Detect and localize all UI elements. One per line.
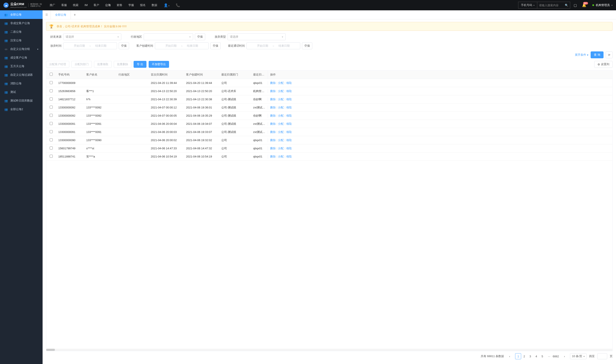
- tab-add-button[interactable]: +: [71, 13, 79, 17]
- op-delete[interactable]: 删除: [270, 138, 276, 142]
- op-delete[interactable]: 删除: [270, 97, 276, 101]
- op-assign[interactable]: 分配: [278, 130, 284, 134]
- row-checkbox[interactable]: [50, 89, 53, 92]
- sidebar-item[interactable]: ▭自定义公海分组▾: [0, 45, 43, 53]
- sidebar-item[interactable]: 👥非成交客户公海: [0, 19, 43, 27]
- nav-item[interactable]: IM: [82, 0, 90, 10]
- cell-phone[interactable]: 15263663656: [56, 90, 84, 93]
- sidebar-item[interactable]: 👥成交客户公海: [0, 53, 43, 62]
- search-type-select[interactable]: 手机号码▾: [518, 2, 537, 8]
- col-first-time[interactable]: 首次归属时间: [149, 71, 184, 79]
- assign-manager-button[interactable]: 分配客户经理: [46, 61, 69, 68]
- op-claim[interactable]: 领取: [286, 106, 292, 109]
- tab-active[interactable]: 全部公海: [51, 10, 71, 19]
- op-assign[interactable]: 分配: [278, 89, 284, 93]
- op-claim[interactable]: 领取: [286, 114, 292, 118]
- page-number[interactable]: 4: [533, 353, 539, 359]
- op-claim[interactable]: 领取: [286, 122, 292, 126]
- nav-item[interactable]: 数据: [149, 0, 160, 10]
- batch-delete-button[interactable]: 批量删除: [114, 61, 131, 68]
- op-claim[interactable]: 领取: [286, 138, 292, 142]
- filter-region-select[interactable]: ▾: [144, 33, 193, 40]
- cell-phone[interactable]: 13300000090: [56, 139, 84, 142]
- filter-region-null[interactable]: 空值: [195, 33, 205, 40]
- nav-item[interactable]: 推广: [47, 0, 58, 10]
- row-checkbox[interactable]: [50, 114, 53, 117]
- op-claim[interactable]: 领取: [286, 130, 292, 134]
- batch-claim-button[interactable]: 批量领取: [94, 61, 112, 68]
- col-phone[interactable]: 手机号码: [56, 71, 84, 79]
- op-assign[interactable]: 分配: [278, 97, 284, 101]
- nav-item[interactable]: 客户: [91, 0, 102, 10]
- op-claim[interactable]: 领取: [286, 89, 292, 93]
- row-checkbox[interactable]: [50, 130, 53, 133]
- refresh-icon[interactable]: ⟳: [606, 52, 613, 58]
- col-owner[interactable]: 最近归属人: [251, 71, 268, 79]
- cell-phone[interactable]: 13300000092: [56, 106, 84, 109]
- op-delete[interactable]: 删除: [270, 130, 276, 134]
- op-delete[interactable]: 删除: [270, 146, 276, 150]
- page-size-select[interactable]: 10 条/页▾: [570, 353, 587, 359]
- cell-phone[interactable]: 14621837712: [56, 98, 84, 101]
- filter-abandon-time-range[interactable]: 开始日期~结束日期: [63, 42, 117, 49]
- page-number[interactable]: 3: [527, 353, 533, 359]
- export-plain-button[interactable]: 不加密导出: [149, 61, 169, 68]
- op-delete[interactable]: 删除: [270, 89, 276, 93]
- cell-phone[interactable]: 18511888741: [56, 155, 84, 158]
- filter-source-select[interactable]: 请选择▾: [63, 33, 121, 40]
- select-all-checkbox[interactable]: [50, 73, 53, 76]
- sidebar-item[interactable]: 👥自定义公海过滤器: [0, 71, 43, 79]
- page-last[interactable]: 6882: [553, 353, 559, 359]
- op-assign[interactable]: 分配: [278, 114, 284, 118]
- sidebar-item[interactable]: 👥全部公海2: [0, 105, 43, 114]
- nav-item[interactable]: 客服: [59, 0, 69, 10]
- add-user-icon[interactable]: 👤₊: [162, 3, 172, 7]
- op-delete[interactable]: 删除: [270, 106, 276, 109]
- nav-item[interactable]: 学服: [126, 0, 137, 10]
- op-assign[interactable]: 分配: [278, 81, 284, 85]
- col-name[interactable]: 客户姓名: [84, 71, 116, 79]
- cell-phone[interactable]: 13300000092: [56, 114, 84, 117]
- op-claim[interactable]: 领取: [286, 155, 292, 158]
- device-icon[interactable]: ▢: [574, 3, 577, 7]
- sidebar-item[interactable]: 👥注安公海: [0, 36, 43, 45]
- nav-item[interactable]: 公海: [103, 0, 113, 10]
- search-input[interactable]: [537, 4, 563, 7]
- logo[interactable]: ☁ 云朵CRM www.yunduocrm.com 教育机构一站 式服务云平台: [3, 2, 42, 8]
- cell-phone[interactable]: 13300000091: [56, 122, 84, 125]
- assign-dept-button[interactable]: 分配到部门: [71, 61, 92, 68]
- page-prev[interactable]: ‹: [507, 353, 513, 359]
- op-delete[interactable]: 删除: [270, 114, 276, 118]
- nav-item[interactable]: 财务: [114, 0, 125, 10]
- row-checkbox[interactable]: [50, 97, 53, 101]
- cell-phone[interactable]: 17700000009: [56, 81, 84, 85]
- sidebar-item[interactable]: 👥五月天公海: [0, 62, 43, 71]
- page-number[interactable]: 2: [521, 353, 527, 359]
- filter-create-time-range[interactable]: 开始日期~结束日期: [155, 42, 209, 49]
- op-assign[interactable]: 分配: [278, 155, 284, 158]
- cell-phone[interactable]: 13300000091: [56, 130, 84, 134]
- tabs-collapse-icon[interactable]: ☰: [43, 10, 51, 19]
- export-button[interactable]: 导 出: [134, 61, 146, 68]
- col-dept[interactable]: 最近归属部门: [219, 71, 251, 79]
- op-claim[interactable]: 领取: [286, 81, 292, 85]
- filter-abandon-type-select[interactable]: 请选择▾: [228, 33, 286, 40]
- search-icon[interactable]: 🔍: [563, 4, 570, 7]
- row-checkbox[interactable]: [50, 106, 53, 109]
- op-delete[interactable]: 删除: [270, 155, 276, 158]
- cell-phone[interactable]: 15601799749: [56, 147, 84, 150]
- filter-create-time-null[interactable]: 空值: [210, 42, 221, 49]
- row-checkbox[interactable]: [50, 81, 53, 84]
- op-assign[interactable]: 分配: [278, 122, 284, 126]
- col-region[interactable]: 行政地区: [116, 71, 149, 79]
- op-assign[interactable]: 分配: [278, 138, 284, 142]
- filter-abandon-time-null[interactable]: 空值: [119, 42, 129, 49]
- filter-call-time-range[interactable]: 开始日期~结束日期: [246, 42, 300, 49]
- op-delete[interactable]: 删除: [270, 81, 276, 85]
- sidebar-item[interactable]: 👥测试: [0, 88, 43, 96]
- sidebar-item[interactable]: 👥二咨公海: [0, 27, 43, 36]
- notification-icon[interactable]: 🔔99+: [582, 3, 586, 7]
- nav-item[interactable]: 报名: [137, 0, 148, 10]
- op-assign[interactable]: 分配: [278, 106, 284, 109]
- phone-icon[interactable]: 📞: [174, 3, 182, 7]
